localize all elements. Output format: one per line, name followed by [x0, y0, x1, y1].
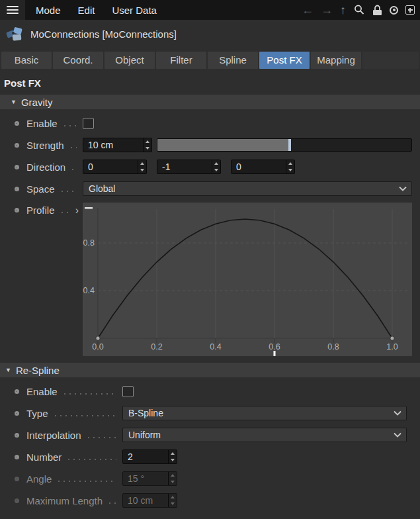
forward-arrow-icon[interactable]: →	[321, 4, 333, 16]
dotted-leader	[88, 437, 116, 438]
back-arrow-icon[interactable]: ←	[302, 4, 314, 16]
number-input[interactable]	[123, 450, 168, 463]
hamburger-menu-icon[interactable]	[0, 0, 25, 20]
strength-input-wrap	[83, 138, 152, 152]
strength-input[interactable]	[83, 138, 143, 152]
dotted-leader	[55, 415, 116, 416]
type-dropdown[interactable]: B-Spline	[122, 406, 407, 420]
gravity-space-row: Space Global	[0, 181, 412, 197]
gravity-group-header[interactable]: ▼ Gravity	[0, 95, 420, 109]
spinner-up-icon[interactable]	[138, 160, 146, 167]
tab-bar-filler	[362, 52, 419, 69]
dotted-leader	[62, 212, 69, 213]
respline-enable-row: Enable	[0, 383, 407, 399]
playhead-tick[interactable]	[274, 351, 276, 356]
up-arrow-icon[interactable]: ↑	[340, 4, 346, 16]
direction-z-input[interactable]	[231, 160, 286, 173]
spinner-up-icon[interactable]	[169, 450, 177, 457]
tab-object[interactable]: Object	[105, 52, 155, 69]
number-label: Number	[26, 451, 62, 463]
interpolation-label: Interpolation	[26, 430, 81, 441]
x-tick-label: 1.0	[386, 342, 398, 352]
angle-label: Angle	[26, 473, 52, 485]
spinner-up-icon[interactable]	[212, 160, 220, 167]
keyframe-circle-icon	[15, 477, 19, 481]
nav-icons: ← → ↑	[302, 4, 420, 16]
gravity-direction-row: Direction	[0, 159, 412, 175]
dotted-leader	[109, 502, 116, 504]
dotted-leader	[64, 393, 116, 395]
search-icon[interactable]	[353, 4, 365, 16]
respline-enable-checkbox[interactable]	[122, 386, 134, 397]
max-length-input	[123, 494, 168, 507]
minimize-dash-icon[interactable]	[85, 207, 93, 209]
respline-max-length-row: Maximum Length	[0, 493, 407, 508]
keyframe-circle-icon[interactable]	[15, 208, 19, 212]
expand-chevron-icon[interactable]: ›	[75, 205, 79, 216]
spinner-down-icon[interactable]	[169, 457, 177, 463]
keyframe-circle-icon[interactable]	[15, 165, 19, 169]
y-tick-label: 0.4	[83, 286, 95, 295]
grid-lines	[98, 209, 408, 338]
respline-angle-row: Angle	[0, 471, 407, 487]
curve-endpoint[interactable]	[390, 336, 394, 340]
tab-basic[interactable]: Basic	[1, 52, 52, 69]
gravity-profile-row: Profile ›	[0, 203, 412, 356]
direction-y-input[interactable]	[157, 160, 212, 173]
curve-endpoint[interactable]	[96, 336, 100, 340]
spinner-up-icon[interactable]	[144, 138, 151, 145]
spinner-down-icon[interactable]	[212, 167, 220, 173]
direction-x-input[interactable]	[83, 160, 138, 173]
spinner-down-icon	[169, 479, 177, 485]
spinner-up-icon[interactable]	[286, 160, 294, 167]
gravity-enable-row: Enable	[0, 115, 412, 131]
tab-mapping[interactable]: Mapping	[311, 52, 361, 69]
profile-curve-svg[interactable]: 0.8 0.4 0.0 0.2 0.4 0.6 0.8 1.0	[83, 203, 412, 356]
interpolation-dropdown[interactable]: Uniform	[122, 428, 407, 442]
spinner-down-icon[interactable]	[144, 145, 151, 152]
keyframe-circle-icon[interactable]	[15, 187, 19, 191]
spinner-down-icon[interactable]	[138, 167, 146, 173]
keyframe-circle-icon[interactable]	[15, 389, 19, 394]
profile-curve-editor[interactable]: 0.8 0.4 0.0 0.2 0.4 0.6 0.8 1.0	[83, 203, 412, 356]
keyframe-circle-icon[interactable]	[15, 143, 19, 148]
x-tick-label: 0.0	[92, 342, 103, 352]
direction-z-wrap	[231, 160, 295, 174]
lock-icon[interactable]	[372, 5, 382, 16]
keyframe-circle-icon[interactable]	[15, 455, 19, 459]
menu-item-mode[interactable]: Mode	[36, 5, 61, 16]
object-title-row: MoConnections [MoConnections]	[0, 20, 420, 48]
add-panel-icon[interactable]	[405, 5, 415, 15]
chevron-down-icon	[399, 186, 411, 191]
gravity-enable-checkbox[interactable]	[83, 118, 94, 129]
keyframe-circle-icon[interactable]	[15, 433, 19, 438]
keyframe-circle-icon[interactable]	[15, 411, 19, 416]
dotted-leader	[71, 147, 77, 148]
spinner-down-icon	[169, 500, 177, 507]
x-tick-label: 0.6	[269, 342, 280, 352]
profile-curve[interactable]	[98, 219, 392, 338]
spinner-up-icon	[169, 472, 177, 479]
object-title: MoConnections [MoConnections]	[30, 28, 177, 40]
respline-number-row: Number	[0, 449, 407, 465]
direction-x-wrap	[83, 160, 147, 174]
interpolation-dropdown-value: Uniform	[123, 430, 394, 440]
tab-coord[interactable]: Coord.	[53, 52, 103, 69]
strength-label: Strength	[26, 140, 64, 151]
tab-filter[interactable]: Filter	[156, 52, 206, 69]
moconnections-icon	[5, 24, 24, 43]
re-spline-group-label: Re-Spline	[16, 365, 60, 376]
tab-post-fx[interactable]: Post FX	[259, 52, 310, 69]
strength-slider-handle[interactable]	[288, 139, 291, 151]
menu-item-user-data[interactable]: User Data	[112, 5, 157, 16]
strength-slider[interactable]	[157, 138, 412, 152]
tab-spline[interactable]: Spline	[208, 52, 258, 69]
collapse-triangle-icon: ▼	[5, 367, 11, 373]
target-circle-icon[interactable]	[390, 6, 398, 15]
re-spline-group-header[interactable]: ▼ Re-Spline	[0, 363, 420, 377]
space-dropdown[interactable]: Global	[83, 181, 412, 196]
menu-item-edit[interactable]: Edit	[78, 5, 95, 16]
keyframe-circle-icon[interactable]	[15, 121, 19, 126]
angle-input-wrap	[122, 471, 177, 486]
spinner-down-icon[interactable]	[286, 167, 294, 173]
